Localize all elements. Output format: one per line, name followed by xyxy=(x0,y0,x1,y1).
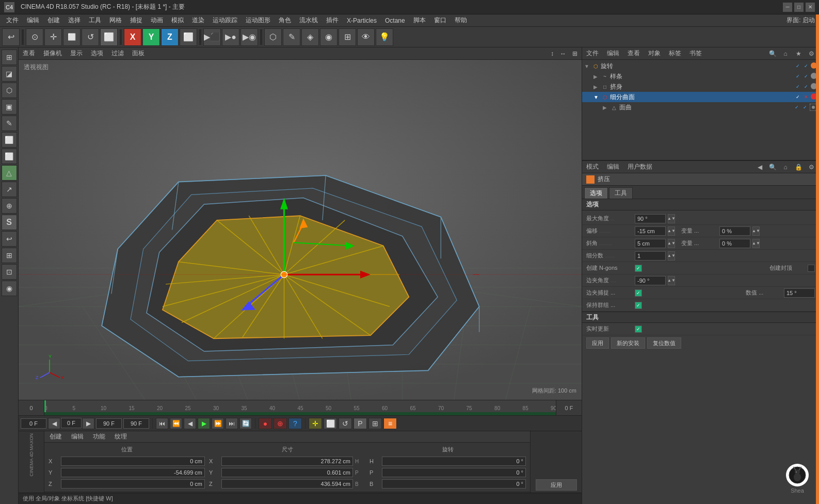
prop-bevel-var-input[interactable]: 0 % xyxy=(719,239,750,248)
rot-p-input[interactable]: 0 ° xyxy=(382,468,526,477)
tool-2[interactable]: ◪ xyxy=(2,66,17,82)
size-y-input[interactable]: 0.601 cm xyxy=(221,468,353,477)
flag-spline-2[interactable]: ✓ xyxy=(802,73,810,80)
menu-render[interactable]: 道染 xyxy=(188,15,208,26)
motion-mode-6[interactable]: ≡ xyxy=(383,418,397,429)
frame-down-btn[interactable]: ◀ xyxy=(48,418,60,429)
pos-x-input[interactable]: 0 cm xyxy=(61,457,205,466)
prop-bevel-stepper[interactable]: ▲▼ xyxy=(668,239,675,248)
vp-camera-btn[interactable]: 摄像机 xyxy=(41,49,64,58)
prop-offset-stepper[interactable]: ▲▼ xyxy=(668,226,675,236)
flag-facecurve-1[interactable]: ✓ xyxy=(793,104,800,111)
bt-edit-btn[interactable]: 编辑 xyxy=(68,431,87,442)
props-back-icon[interactable]: ◀ xyxy=(754,161,765,173)
om-home-icon[interactable]: ⌂ xyxy=(780,48,791,59)
tool-13[interactable]: ⊡ xyxy=(2,264,17,280)
help-btn[interactable]: ? xyxy=(288,418,302,429)
obj-row-rotate[interactable]: ▼ ⬡ 旋转 ✓ ✓ xyxy=(582,61,819,71)
om-file-btn[interactable]: 文件 xyxy=(584,48,601,59)
tool-6[interactable]: ⬜ xyxy=(2,132,17,148)
menu-character[interactable]: 角色 xyxy=(275,15,295,26)
sculpt-btn[interactable]: ◈ xyxy=(301,28,319,46)
move-tool-button[interactable]: ✛ xyxy=(44,28,62,46)
om-edit-btn[interactable]: 编辑 xyxy=(605,48,621,59)
tool-11[interactable]: ↩ xyxy=(2,231,17,247)
menu-simulate[interactable]: 模拟 xyxy=(167,15,188,26)
bt-func-btn[interactable]: 功能 xyxy=(90,431,108,442)
select-tool-button[interactable]: ⊙ xyxy=(26,28,43,46)
obj-row-spline[interactable]: ▶ ~ 样条 ✓ ✓ xyxy=(582,71,819,82)
new-install-btn[interactable]: 新的安装 xyxy=(611,337,645,349)
prop-cap-check[interactable] xyxy=(808,265,815,272)
menu-octane[interactable]: Octane xyxy=(381,16,409,25)
menu-tools[interactable]: 工具 xyxy=(85,15,105,26)
tool-1[interactable]: ⊞ xyxy=(2,50,17,65)
reset-values-btn[interactable]: 复位数值 xyxy=(647,337,681,349)
flag-extrude-1[interactable]: ✓ xyxy=(794,83,801,90)
current-frame-field[interactable]: 0 F xyxy=(21,418,46,429)
size-z-input[interactable]: 436.594 cm xyxy=(221,479,353,489)
prop-edge-angle-stepper[interactable]: ▲▼ xyxy=(668,276,675,285)
menu-xparticles[interactable]: X-Particles xyxy=(343,16,381,25)
props-settings-icon[interactable]: ⚙ xyxy=(806,161,817,173)
end-frame-field2[interactable]: 90 F xyxy=(123,418,149,429)
menu-create[interactable]: 创建 xyxy=(43,15,64,26)
prop-bevel-var-stepper[interactable]: ▲▼ xyxy=(752,239,760,248)
flag-rotate-1[interactable]: ✓ xyxy=(794,62,801,70)
polygon-btn[interactable]: ⬡ xyxy=(264,28,282,46)
pos-y-input[interactable]: -54.699 cm xyxy=(61,468,205,477)
flag-subdivide-1[interactable]: ✓ xyxy=(794,93,801,101)
props-search-icon[interactable]: 🔍 xyxy=(767,161,778,173)
flag-extrude-2[interactable]: ✓ xyxy=(802,83,810,90)
props-mode-btn[interactable]: 模式 xyxy=(584,161,601,172)
menu-plugins[interactable]: 插件 xyxy=(322,15,343,26)
camera-btn[interactable]: 👁 xyxy=(357,28,375,46)
props-home-icon[interactable]: ⌂ xyxy=(780,161,791,173)
rotate-tool-button[interactable]: ↺ xyxy=(82,28,99,46)
obj-row-extrude[interactable]: ▶ □ 挤身 ✓ ✓ xyxy=(582,82,819,92)
menu-window[interactable]: 窗口 xyxy=(430,15,451,26)
tool-3[interactable]: ⬡ xyxy=(2,83,17,98)
props-edit-btn[interactable]: 编辑 xyxy=(605,161,621,172)
tool-4[interactable]: ▣ xyxy=(2,99,17,115)
motion-mode-1[interactable]: ✛ xyxy=(309,418,322,429)
apply-btn[interactable]: 应用 xyxy=(536,479,577,491)
menu-pipeline[interactable]: 流水线 xyxy=(295,15,322,26)
tab-options[interactable]: 选项 xyxy=(584,187,608,199)
om-bookmark-btn[interactable]: 书签 xyxy=(687,48,704,59)
vp-display-btn[interactable]: 显示 xyxy=(68,49,85,58)
all-axes-btn[interactable]: ⬜ xyxy=(180,28,197,46)
vp-icon-3[interactable]: ⊞ xyxy=(570,50,580,57)
tool-8[interactable]: △ xyxy=(2,165,17,181)
frame-step-field[interactable]: 0 F xyxy=(61,418,82,428)
apply-action-btn[interactable]: 应用 xyxy=(586,337,609,349)
flag-subdivide-x[interactable]: ✕ xyxy=(802,93,810,101)
motion-mode-5[interactable]: ⊞ xyxy=(368,418,382,429)
light-btn[interactable]: 💡 xyxy=(376,28,393,46)
prop-value-input[interactable]: 15 ° xyxy=(784,288,815,298)
tool-12[interactable]: ⊞ xyxy=(2,248,17,263)
play-back-btn[interactable]: ◀ xyxy=(184,418,196,429)
loop-btn[interactable]: 🔄 xyxy=(239,418,252,429)
tool-14[interactable]: ◉ xyxy=(2,281,17,296)
size-x-input[interactable]: 278.272 cm xyxy=(221,457,353,466)
menu-snap[interactable]: 捕捉 xyxy=(126,15,147,26)
prop-ngons-check[interactable] xyxy=(635,265,642,272)
timeline-track[interactable]: 0 5 10 15 20 25 30 35 40 45 50 55 60 65 … xyxy=(44,400,556,415)
motion-mode-2[interactable]: ⬜ xyxy=(324,418,337,429)
tool-realtime-check[interactable] xyxy=(635,326,642,333)
end-frame-field[interactable]: 90 F xyxy=(96,418,122,429)
vp-view-btn[interactable]: 查看 xyxy=(21,49,37,58)
prop-edge-snap-check[interactable] xyxy=(635,289,642,297)
paint-btn[interactable]: ◉ xyxy=(320,28,338,46)
menu-file[interactable]: 文件 xyxy=(2,15,23,26)
vp-panel-btn[interactable]: 面板 xyxy=(130,49,147,58)
tool-7[interactable]: ⬜ xyxy=(2,149,17,164)
record-btn[interactable]: ▶⬛ xyxy=(203,28,221,46)
props-userdata-btn[interactable]: 用户数据 xyxy=(625,161,654,172)
tool-10[interactable]: ⊕ xyxy=(2,198,17,214)
prop-offset-var-stepper[interactable]: ▲▼ xyxy=(752,226,760,236)
prop-edge-angle-input[interactable]: -90 ° xyxy=(635,276,666,285)
menu-select[interactable]: 选择 xyxy=(64,15,85,26)
flag-facecurve-2[interactable]: ✓ xyxy=(801,104,809,111)
